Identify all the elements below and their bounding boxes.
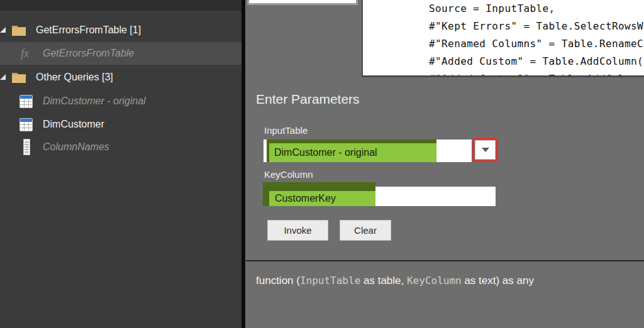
signature-text: function ( <box>256 275 300 287</box>
m-code-preview[interactable]: Source = InputTable, #"Kept Errors" = Ta… <box>362 0 644 77</box>
keycolumn-value: CustomerKey <box>269 193 336 204</box>
annotation-red-box <box>472 138 498 162</box>
queries-sidebar: GetErrorsFromTable [1] fx GetErrorsFromT… <box>0 0 242 328</box>
keycolumn-label: KeyColumn <box>264 169 313 180</box>
clipped-preview-box <box>247 0 358 5</box>
sidebar-item-label: GetErrorsFromTable [1] <box>36 25 141 36</box>
list-icon <box>23 139 30 155</box>
highlight-marker-keycolumn: CustomerKey <box>263 182 375 206</box>
code-line: #"Renamed Columns" = Table.RenameCo <box>363 35 644 53</box>
code-line: #"Added Custom" = Table.AddColumn( <box>363 53 644 70</box>
function-invoke-panel: Source = InputTable, #"Kept Errors" = Ta… <box>245 0 644 328</box>
function-signature: function (InputTable as table, KeyColumn… <box>256 275 534 287</box>
sidebar-item-geterrorsfromtable-group[interactable]: GetErrorsFromTable [1] <box>0 21 242 40</box>
code-line: Source = InputTable, <box>363 0 644 18</box>
folder-icon <box>11 24 26 36</box>
sidebar-item-label: DimCustomer - original <box>43 96 146 107</box>
expand-triangle-icon[interactable] <box>0 27 6 33</box>
signature-param: KeyColumn <box>407 275 462 287</box>
clear-button[interactable]: Clear <box>340 220 391 241</box>
table-icon <box>19 95 33 108</box>
sidebar-header-strip <box>0 0 242 12</box>
sidebar-item-label: ColumnNames <box>43 141 109 153</box>
enter-parameters-heading: Enter Parameters <box>256 92 360 107</box>
inputtable-label: InputTable <box>264 125 308 136</box>
sidebar-item-dimcustomer-original[interactable]: DimCustomer - original <box>0 92 242 111</box>
inputtable-value: DimCustomer - original <box>269 147 377 158</box>
dropdown-arrow-button[interactable] <box>475 140 496 160</box>
sidebar-item-geterrorsfromtable-function[interactable]: fx GetErrorsFromTable <box>0 42 242 65</box>
app-window: GetErrorsFromTable [1] fx GetErrorsFromT… <box>0 0 644 328</box>
signature-param: InputTable <box>300 275 360 287</box>
highlight-marker-fill: DimCustomer - original <box>269 143 436 162</box>
table-icon <box>19 118 33 131</box>
code-line: #"Added Custom1" = Table.AddColumn <box>363 70 644 77</box>
expand-triangle-icon[interactable] <box>0 74 6 80</box>
highlight-marker-fill: CustomerKey <box>269 191 375 206</box>
horizontal-divider <box>246 260 644 261</box>
code-line: #"Kept Errors" = Table.SelectRowsWi <box>363 18 644 35</box>
fx-icon: fx <box>21 47 34 60</box>
sidebar-item-dimcustomer[interactable]: DimCustomer <box>0 115 242 134</box>
sidebar-item-label: DimCustomer <box>43 119 104 130</box>
sidebar-item-other-queries-group[interactable]: Other Queries [3] <box>0 68 242 87</box>
sidebar-item-label: Other Queries [3] <box>36 72 113 83</box>
chevron-down-icon <box>482 148 489 152</box>
sidebar-item-columnnames[interactable]: ColumnNames <box>0 138 242 156</box>
invoke-button[interactable]: Invoke <box>267 220 328 241</box>
signature-text: as text) as any <box>462 275 534 287</box>
highlight-marker-inputtable: DimCustomer - original <box>267 139 436 162</box>
sidebar-item-label: GetErrorsFromTable <box>43 48 134 59</box>
folder-icon <box>11 71 26 84</box>
signature-text: as table, <box>360 275 407 287</box>
